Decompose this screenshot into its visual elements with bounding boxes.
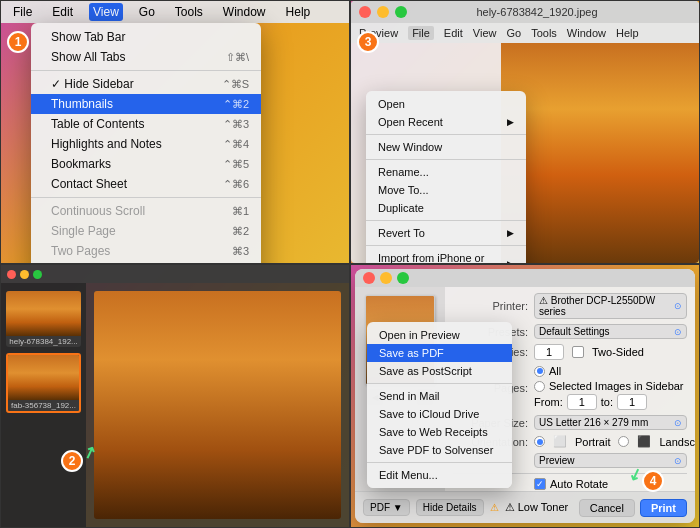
minimize-button[interactable] — [377, 6, 389, 18]
two-sided-checkbox[interactable] — [572, 346, 584, 358]
menu-window[interactable]: Window — [219, 3, 270, 21]
pdf-save-solvenser[interactable]: Save PDF to Solvenser — [367, 441, 512, 459]
pdf-save-icloud[interactable]: Save to iCloud Drive — [367, 405, 512, 423]
pdf-save-as-pdf[interactable]: Save as PDF — [367, 344, 512, 362]
menu-bookmarks[interactable]: Bookmarks ⌃⌘5 — [31, 154, 261, 174]
printer-select[interactable]: ⚠ Brother DCP-L2550DW series ⊙ — [534, 293, 687, 319]
quadrant-3-thumbnails: hely-678384_192... fab-356738_192... 2 ↗ — [0, 264, 350, 528]
auto-rotate-checkbox[interactable]: ✓ — [534, 478, 546, 490]
low-toner-icon: ⚠ — [490, 502, 499, 513]
pdf-send-in-mail[interactable]: Send in Mail — [367, 387, 512, 405]
menu-view[interactable]: View — [89, 3, 123, 21]
preview-image-q2 — [501, 43, 699, 263]
to-input[interactable] — [617, 394, 647, 410]
close-btn-q3[interactable] — [7, 270, 16, 279]
q2-menu-tools[interactable]: Tools — [531, 27, 557, 39]
pages-all-radio[interactable] — [534, 366, 545, 377]
menu-thumbnails[interactable]: Thumbnails ⌃⌘2 — [31, 94, 261, 114]
menu-continuous-scroll[interactable]: Continuous Scroll ⌘1 — [31, 201, 261, 221]
menu-contact-sheet[interactable]: Contact Sheet ⌃⌘6 — [31, 174, 261, 194]
close-btn-q4[interactable] — [363, 272, 375, 284]
pages-selected-radio[interactable] — [534, 381, 545, 392]
maximize-btn-q3[interactable] — [33, 270, 42, 279]
q2-menu-go[interactable]: Go — [506, 27, 521, 39]
preview-sidebar-window: hely-678384_192... fab-356738_192... — [1, 265, 349, 527]
portrait-radio[interactable] — [534, 436, 545, 447]
q2-menu-help[interactable]: Help — [616, 27, 639, 39]
menu-hide-sidebar[interactable]: ✓ Hide Sidebar ⌃⌘S — [31, 74, 261, 94]
file-menu-new-window[interactable]: New Window — [366, 138, 526, 156]
q2-menu-file[interactable]: File — [408, 26, 434, 40]
q2-menu-edit[interactable]: Edit — [444, 27, 463, 39]
preview-select[interactable]: Preview ⊙ — [534, 453, 687, 468]
presets-arrow-icon: ⊙ — [674, 327, 682, 337]
thumbnail-item-1[interactable]: hely-678384_192... — [6, 291, 81, 347]
menu-help[interactable]: Help — [282, 3, 315, 21]
low-toner-label: ⚠ Low Toner — [505, 501, 569, 514]
landscape-icon: ⬛ — [637, 435, 651, 448]
quadrant-4-print-dialog: ◀ 1 of 3 ▶ Printer: ⚠ Brother DCP-L2550D… — [350, 264, 700, 528]
minimize-btn-q3[interactable] — [20, 270, 29, 279]
presets-select[interactable]: Default Settings ⊙ — [534, 324, 687, 339]
pdf-edit-menu[interactable]: Edit Menu... — [367, 466, 512, 484]
menu-two-pages[interactable]: Two Pages ⌘3 — [31, 241, 261, 261]
sep-q2-1 — [366, 134, 526, 135]
q2-menu-view[interactable]: View — [473, 27, 497, 39]
badge-3: 3 — [357, 31, 379, 53]
menu-show-tab-bar[interactable]: Show Tab Bar — [31, 27, 261, 47]
quadrant-1-view-menu: File Edit View Go Tools Window Help Show… — [0, 0, 350, 264]
pdf-label: PDF ▼ — [370, 502, 403, 513]
paper-size-value: US Letter 216 × 279 mm — [539, 417, 648, 428]
printer-select-control[interactable]: ⚠ Brother DCP-L2550DW series ⊙ — [534, 293, 687, 319]
file-menu-open[interactable]: Open — [366, 95, 526, 113]
preview-value: Preview — [539, 455, 575, 466]
file-menu-open-recent[interactable]: Open Recent▶ — [366, 113, 526, 131]
from-label: From: — [534, 396, 563, 408]
quadrant-2-preview: hely-6783842_1920.jpeg Preview File Edit… — [350, 0, 700, 264]
portrait-icon: ⬜ — [553, 435, 567, 448]
pdf-button[interactable]: PDF ▼ — [363, 499, 410, 516]
pdf-open-in-preview[interactable]: Open in Preview — [367, 326, 512, 344]
landscape-radio[interactable] — [618, 436, 629, 447]
file-menu-duplicate[interactable]: Duplicate — [366, 199, 526, 217]
menu-edit[interactable]: Edit — [48, 3, 77, 21]
file-menu-import-iphone[interactable]: Import from iPhone or iPad▶ — [366, 249, 526, 263]
pdf-save-web-receipts[interactable]: Save to Web Receipts — [367, 423, 512, 441]
print-button[interactable]: Print — [640, 499, 687, 517]
main-preview-area — [86, 283, 349, 527]
file-menu-rename[interactable]: Rename... — [366, 163, 526, 181]
pdf-sep-1 — [367, 383, 512, 384]
badge-2: 2 — [61, 450, 83, 472]
menu-file[interactable]: File — [9, 3, 36, 21]
thumbnail-item-2-selected[interactable]: fab-356738_192... — [6, 353, 81, 413]
min-btn-q4[interactable] — [380, 272, 392, 284]
menu-single-page[interactable]: Single Page ⌘2 — [31, 221, 261, 241]
pages-selected-label: Selected Images in Sidebar — [549, 380, 684, 392]
menu-tools[interactable]: Tools — [171, 3, 207, 21]
printer-row: Printer: ⚠ Brother DCP-L2550DW series ⊙ — [453, 293, 687, 319]
file-menu-move-to[interactable]: Move To... — [366, 181, 526, 199]
menu-highlights-notes[interactable]: Highlights and Notes ⌃⌘4 — [31, 134, 261, 154]
presets-select-control[interactable]: Default Settings ⊙ — [534, 324, 687, 339]
copies-input[interactable] — [534, 344, 564, 360]
paper-size-select[interactable]: US Letter 216 × 279 mm ⊙ — [534, 415, 687, 430]
print-dialog-header — [355, 269, 695, 287]
hide-details-button[interactable]: Hide Details — [416, 499, 484, 516]
menu-show-all-tabs[interactable]: Show All Tabs ⇧⌘\ — [31, 47, 261, 67]
menu-go[interactable]: Go — [135, 3, 159, 21]
thumb-image-1 — [6, 291, 81, 336]
pdf-save-as-postscript[interactable]: Save as PostScript — [367, 362, 512, 380]
from-input[interactable] — [567, 394, 597, 410]
file-menu-revert-to[interactable]: Revert To▶ — [366, 224, 526, 242]
maximize-button[interactable] — [395, 6, 407, 18]
close-button[interactable] — [359, 6, 371, 18]
two-sided-label: Two-Sided — [592, 346, 644, 358]
footer-left: PDF ▼ Hide Details ⚠ ⚠ Low Toner — [363, 499, 568, 516]
thumb-label-1: hely-678384_192... — [6, 336, 81, 347]
q2-menu-window[interactable]: Window — [567, 27, 606, 39]
badge-4: 4 — [642, 470, 664, 492]
hide-details-label: Hide Details — [423, 502, 477, 513]
menu-table-of-contents[interactable]: Table of Contents ⌃⌘3 — [31, 114, 261, 134]
cancel-button[interactable]: Cancel — [579, 499, 635, 517]
max-btn-q4[interactable] — [397, 272, 409, 284]
